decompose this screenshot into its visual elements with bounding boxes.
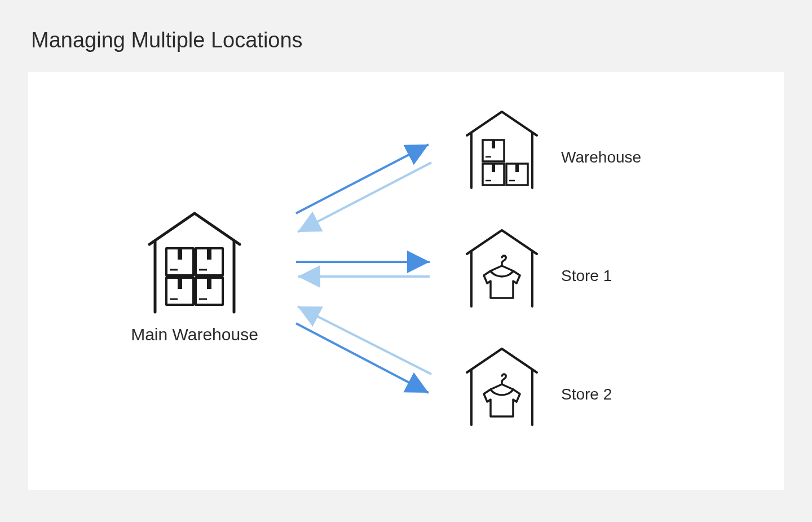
store2-icon	[467, 349, 537, 425]
arrow-warehouse-to-main	[298, 163, 431, 232]
svg-line-18	[296, 323, 429, 393]
store2-node: Store 2	[467, 349, 612, 425]
svg-rect-11	[492, 164, 495, 172]
svg-rect-1	[178, 248, 182, 260]
svg-rect-9	[492, 140, 495, 148]
svg-line-15	[298, 163, 431, 232]
arrow-store2-to-main	[298, 306, 431, 374]
diagram-container: Main Warehouse	[28, 72, 784, 490]
warehouse-label: Warehouse	[561, 148, 641, 166]
warehouse-icon	[467, 112, 537, 188]
svg-rect-7	[207, 278, 211, 289]
store1-node: Store 1	[467, 230, 612, 306]
store1-icon	[467, 230, 537, 306]
svg-rect-3	[207, 248, 211, 260]
arrow-main-to-warehouse	[296, 144, 429, 213]
store2-label: Store 2	[561, 385, 612, 403]
main-warehouse-label: Main Warehouse	[131, 325, 258, 344]
main-warehouse-node: Main Warehouse	[131, 213, 258, 344]
svg-line-19	[298, 306, 431, 374]
svg-line-14	[296, 144, 429, 213]
store1-label: Store 1	[561, 267, 612, 284]
svg-rect-5	[178, 278, 182, 289]
main-warehouse-icon	[149, 213, 240, 312]
arrow-main-to-store2	[296, 323, 429, 393]
warehouse-node: Warehouse	[467, 112, 641, 188]
svg-rect-13	[515, 164, 519, 172]
page-title: Managing Multiple Locations	[31, 28, 784, 52]
locations-diagram: Main Warehouse	[28, 72, 784, 490]
